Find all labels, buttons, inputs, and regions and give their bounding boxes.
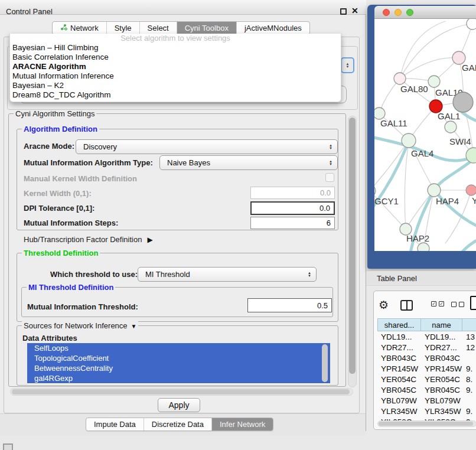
table-cell: YLR345W bbox=[377, 406, 421, 416]
dropdown-item[interactable]: Mutual Information Inference bbox=[10, 71, 341, 81]
column-header[interactable]: shared... bbox=[377, 318, 421, 331]
file-icon[interactable] bbox=[470, 296, 476, 310]
table-row[interactable]: YBR043CYBR043C bbox=[377, 353, 476, 363]
mi-threshold-label: Mutual Information Threshold: bbox=[27, 302, 138, 311]
hub-section-toggle[interactable]: Hub/Transcription Factor Definition▶ bbox=[24, 235, 153, 244]
network-node[interactable] bbox=[418, 243, 429, 251]
dropdown-item[interactable]: Basic Correlation Inference bbox=[10, 53, 341, 62]
float-window-icon[interactable] bbox=[340, 8, 347, 15]
table-row[interactable]: YER054CYER054C8. bbox=[377, 374, 476, 384]
unchecked-checkbox-icon[interactable] bbox=[459, 302, 464, 307]
threshold-definition-title: Threshold Definition bbox=[22, 249, 100, 257]
dpi-tolerance-label: DPI Tolerance [0,1]: bbox=[24, 204, 94, 213]
manual-kernel-checkbox[interactable] bbox=[325, 173, 334, 182]
gear-icon[interactable]: ⚙ bbox=[379, 298, 389, 312]
network-node-gal4[interactable] bbox=[402, 133, 416, 148]
combo-stepper-icon: ▲▼ bbox=[329, 160, 332, 166]
tab-select[interactable]: Select bbox=[139, 22, 177, 34]
table-row[interactable]: YDL19...YDL19...13 bbox=[377, 331, 476, 342]
attribute-item[interactable]: BetweennessCentrality bbox=[27, 363, 330, 373]
unchecked-checkbox-icon[interactable] bbox=[451, 302, 457, 307]
checked-checkbox-icon[interactable]: ✓ bbox=[439, 301, 444, 306]
minimized-panel-icon[interactable] bbox=[3, 444, 13, 450]
network-canvas[interactable]: GALGAL80GAL10GAL1GAL11GAL4SWI4HAP4YGCY1H… bbox=[374, 19, 476, 251]
table-row[interactable]: YIL052CYIL052C9 bbox=[377, 416, 476, 420]
network-node[interactable] bbox=[445, 121, 457, 133]
bottom-tabbar: Impute DataDiscretize DataInfer Network bbox=[86, 418, 273, 431]
network-node-gal11[interactable] bbox=[374, 107, 385, 119]
attribute-item[interactable]: gal4RGexp bbox=[27, 373, 330, 383]
tab-label: Style bbox=[115, 24, 132, 32]
tab-network[interactable]: Network bbox=[53, 22, 106, 34]
checked-checkbox-icon[interactable]: ✓ bbox=[431, 301, 436, 306]
which-threshold-label: Which threshold to use: bbox=[50, 270, 138, 279]
network-window-titlebar[interactable] bbox=[374, 6, 476, 19]
algorithm-combo-stepper[interactable]: ▲▼ bbox=[341, 57, 354, 73]
network-view-window[interactable]: GALGAL80GAL10GAL1GAL11GAL4SWI4HAP4YGCY1H… bbox=[367, 5, 476, 269]
mi-type-combo[interactable]: Naive Bayes ▲▼ bbox=[159, 155, 338, 170]
attribute-item[interactable]: SelfLoops bbox=[27, 343, 330, 353]
table-row[interactable]: YPR145WYPR145W9. bbox=[377, 363, 476, 374]
network-node[interactable] bbox=[467, 19, 476, 30]
sources-group-title[interactable]: Sources for Network Inference▼ bbox=[22, 321, 138, 330]
table-cell: YIL052C bbox=[377, 416, 421, 420]
dropdown-item[interactable]: Bayesian – K2 bbox=[10, 81, 341, 90]
table-row[interactable]: YBR045CYBR045C9. bbox=[377, 384, 476, 395]
network-node[interactable] bbox=[453, 92, 473, 112]
kernel-width-field[interactable]: 0.0 bbox=[250, 187, 335, 199]
tab-jactivemnodules[interactable]: jActiveMNodules bbox=[236, 22, 309, 34]
table-hscrollbar-thumb[interactable] bbox=[379, 422, 473, 426]
mi-threshold-field[interactable]: 0.5 bbox=[247, 298, 332, 312]
minimize-traffic-light-icon[interactable] bbox=[395, 9, 402, 16]
which-threshold-value: MI Threshold bbox=[145, 270, 190, 279]
mi-steps-field[interactable]: 6 bbox=[250, 217, 335, 229]
dropdown-item[interactable]: ARACNE Algorithm bbox=[10, 62, 341, 71]
table-row[interactable]: YLR345WYLR345W9. bbox=[377, 406, 476, 416]
close-traffic-light-icon[interactable] bbox=[383, 9, 390, 16]
dropdown-item[interactable]: Bayesian – Hill Climbing bbox=[10, 43, 341, 53]
network-edge bbox=[405, 141, 409, 229]
tab-infer-network[interactable]: Infer Network bbox=[211, 418, 273, 431]
attributes-scrollbar-thumb[interactable] bbox=[322, 344, 328, 382]
data-attributes-list[interactable]: SelfLoopsTopologicalCoefficientBetweenne… bbox=[27, 343, 330, 384]
combo-stepper-icon: ▲▼ bbox=[329, 144, 332, 150]
control-panel-title: Control Panel bbox=[6, 7, 53, 16]
tab-cyni-toolbox[interactable]: Cyni Toolbox bbox=[177, 22, 236, 34]
network-icon bbox=[60, 24, 67, 32]
table-cell: YDR27... bbox=[377, 342, 421, 353]
table-hscrollbar[interactable] bbox=[377, 420, 476, 427]
which-threshold-combo[interactable]: MI Threshold ▲▼ bbox=[138, 267, 317, 282]
attribute-item[interactable]: TopologicalCoefficient bbox=[27, 353, 330, 363]
network-node-gcy1[interactable] bbox=[374, 185, 376, 197]
close-icon[interactable]: ✕ bbox=[351, 6, 358, 15]
algorithm-dropdown-prompt: Select algorithm to view settings bbox=[10, 34, 341, 43]
network-node-swi4[interactable] bbox=[466, 148, 476, 163]
manual-kernel-label: Manual Kernel Width Definition bbox=[24, 174, 137, 183]
network-node-gal80[interactable] bbox=[394, 73, 406, 84]
table-panel-title: Table Panel bbox=[377, 274, 417, 283]
tab-discretize-data[interactable]: Discretize Data bbox=[144, 418, 211, 431]
apply-button[interactable]: Apply bbox=[158, 398, 200, 412]
network-node-y[interactable] bbox=[466, 185, 476, 195]
aracne-mode-combo[interactable]: Discovery ▲▼ bbox=[76, 139, 338, 154]
network-node-gal10[interactable] bbox=[428, 76, 440, 87]
table-row[interactable]: YBL079WYBL079W bbox=[377, 395, 476, 406]
column-header[interactable]: name bbox=[421, 318, 462, 331]
dropdown-item[interactable]: Dream8 DC_TDC Algorithm bbox=[10, 90, 341, 100]
dpi-tolerance-field[interactable]: 0.0 bbox=[250, 201, 335, 215]
settings-hscrollbar-thumb[interactable] bbox=[12, 389, 350, 394]
tab-style[interactable]: Style bbox=[106, 22, 139, 34]
column-header[interactable]: A bbox=[462, 318, 476, 331]
table-row[interactable]: YDR27...YDR27...12 bbox=[377, 342, 476, 353]
aracne-mode-value: Discovery bbox=[83, 142, 117, 151]
mi-threshold-group-title: MI Threshold Definition bbox=[27, 283, 115, 292]
table-cell: 8. bbox=[462, 374, 476, 384]
tab-impute-data[interactable]: Impute Data bbox=[86, 418, 144, 431]
network-node-label: GCY1 bbox=[374, 196, 399, 206]
table-cell: YBR043C bbox=[377, 353, 421, 363]
zoom-traffic-light-icon[interactable] bbox=[406, 9, 413, 16]
columns-icon[interactable] bbox=[400, 300, 413, 311]
network-node-hap4[interactable] bbox=[428, 184, 441, 197]
settings-scrollbar-thumb[interactable] bbox=[349, 118, 356, 374]
table-cell: YDR27... bbox=[421, 342, 462, 353]
